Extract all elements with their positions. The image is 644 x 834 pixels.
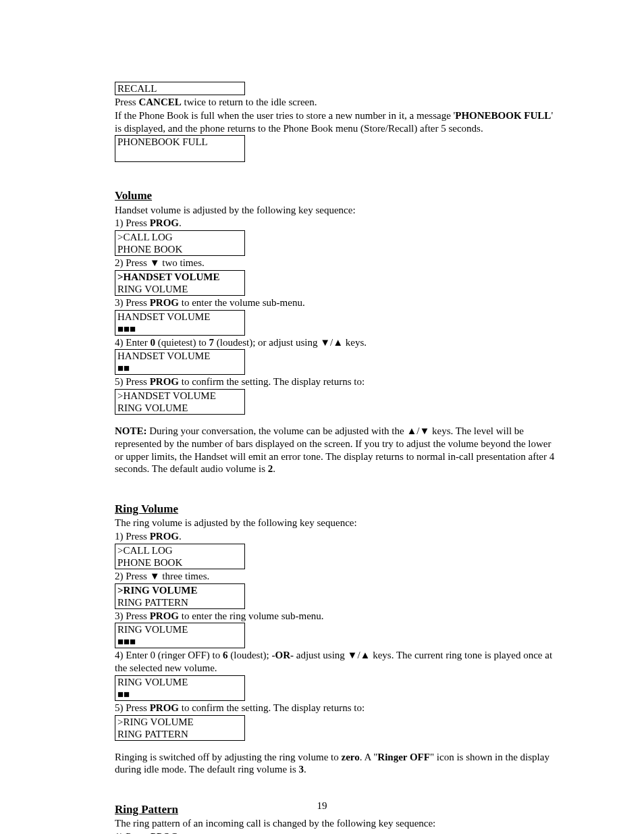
- step-text: 5) Press PROG to confirm the setting. Th…: [115, 702, 556, 714]
- lcd-display: >CALL LOG PHONE BOOK: [115, 230, 245, 256]
- lcd-display: HANDSET VOLUME ■■: [115, 349, 245, 375]
- step-text: 2) Press ▼ three times.: [115, 570, 556, 583]
- step-text: 2) Press ▼ two times.: [115, 257, 556, 269]
- lcd-line: >HANDSET VOLUME: [117, 390, 242, 402]
- lcd-line: RING VOLUME: [117, 676, 242, 688]
- step-text: 1) Press PROG.: [115, 831, 556, 834]
- lcd-line: RING PATTERN: [117, 596, 242, 608]
- step-text: 5) Press PROG to confirm the setting. Th…: [115, 375, 556, 388]
- lcd-line: PHONEBOOK FULL: [117, 136, 242, 148]
- lcd-recall: RECALL: [115, 82, 245, 95]
- step-text: 3) Press PROG to enter the ring volume s…: [115, 610, 556, 623]
- note-text: NOTE: During your conversation, the volu…: [115, 425, 556, 475]
- lcd-display: RING VOLUME ■■■: [115, 623, 245, 648]
- lcd-line: >CALL LOG: [117, 231, 242, 243]
- lcd-display: >HANDSET VOLUME RING VOLUME: [115, 270, 245, 296]
- lcd-line: >CALL LOG: [117, 544, 242, 556]
- step-text: 4) Enter 0 (quietest) to 7 (loudest); or…: [115, 336, 556, 349]
- lcd-line: HANDSET VOLUME: [117, 350, 242, 362]
- lcd-line: ■■: [117, 688, 242, 700]
- heading-volume: Volume: [115, 188, 556, 203]
- lcd-display: RING VOLUME ■■: [115, 675, 245, 701]
- heading-ring-volume: Ring Volume: [115, 502, 556, 516]
- page-number: 19: [0, 800, 644, 812]
- lcd-phonebook-full: PHONEBOOK FULL: [115, 135, 245, 162]
- step-text: 3) Press PROG to enter the volume sub-me…: [115, 296, 556, 309]
- document-page: RECALL Press CANCEL twice to return to t…: [0, 0, 644, 834]
- lcd-display: >RING VOLUME RING PATTERN: [115, 583, 245, 609]
- lcd-line: >RING VOLUME: [117, 584, 242, 596]
- body-text: The ring pattern of an incoming call is …: [115, 817, 556, 830]
- body-text: Handset volume is adjusted by the follow…: [115, 204, 556, 217]
- lcd-line: RING VOLUME: [117, 623, 242, 635]
- lcd-line: RECALL: [117, 82, 242, 95]
- lcd-line: RING VOLUME: [117, 283, 242, 295]
- lcd-line: HANDSET VOLUME: [117, 311, 242, 323]
- lcd-display: >CALL LOG PHONE BOOK: [115, 544, 245, 569]
- lcd-line: ■■: [117, 362, 242, 374]
- lcd-line: PHONE BOOK: [117, 556, 242, 569]
- body-text: The ring volume is adjusted by the follo…: [115, 517, 556, 529]
- step-text: 1) Press PROG.: [115, 217, 556, 230]
- lcd-line: >HANDSET VOLUME: [117, 271, 242, 283]
- lcd-line: >RING VOLUME: [117, 716, 242, 728]
- body-text: Ringing is switched off by adjusting the…: [115, 751, 556, 777]
- lcd-line: RING PATTERN: [117, 728, 242, 740]
- body-text: If the Phone Book is full when the user …: [115, 109, 556, 135]
- lcd-line: RING VOLUME: [117, 402, 242, 414]
- lcd-line: ■■■: [117, 635, 242, 648]
- step-text: 4) Enter 0 (ringer OFF) to 6 (loudest); …: [115, 649, 556, 675]
- lcd-display: HANDSET VOLUME ■■■: [115, 310, 245, 336]
- lcd-display: >RING VOLUME RING PATTERN: [115, 715, 245, 741]
- lcd-line: ■■■: [117, 323, 242, 335]
- lcd-line: PHONE BOOK: [117, 243, 242, 255]
- body-text: Press CANCEL twice to return to the idle…: [115, 96, 556, 109]
- lcd-display: >HANDSET VOLUME RING VOLUME: [115, 389, 245, 415]
- step-text: 1) Press PROG.: [115, 530, 556, 543]
